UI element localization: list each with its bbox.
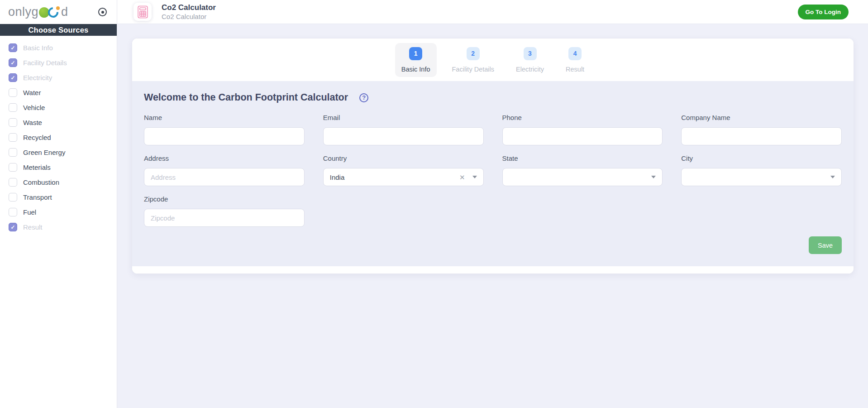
sidebar-item-waste[interactable]: Waste [0, 115, 117, 130]
sidebar-item-label: Water [23, 89, 41, 96]
sidebar: onlyg d Choose Sources Basic Info Facili… [0, 0, 117, 408]
sidebar-item-label: Result [23, 223, 43, 231]
form-heading: Welcome to the Carbon Footprint Calculat… [144, 92, 348, 103]
checkbox[interactable] [9, 43, 17, 52]
state-select[interactable] [502, 168, 663, 186]
step-result[interactable]: 4 Result [559, 43, 591, 77]
checkbox[interactable] [9, 73, 17, 82]
checkbox[interactable] [9, 178, 17, 187]
sidebar-item-label: Meterials [23, 163, 51, 171]
page-title: Co2 Calculator [162, 3, 216, 13]
onlygood-logo: onlyg d [8, 5, 68, 19]
step-number: 1 [409, 47, 422, 60]
address-label: Address [144, 154, 305, 162]
checkbox[interactable] [9, 148, 17, 157]
state-label: State [502, 154, 663, 162]
form-grid: Name Email Phone Company Name [144, 114, 842, 227]
step-label: Facility Details [452, 66, 494, 73]
checkbox[interactable] [9, 58, 17, 67]
field-zipcode: Zipcode [144, 195, 305, 227]
city-select[interactable] [681, 168, 842, 186]
checkbox[interactable] [9, 103, 17, 112]
sidebar-item-label: Facility Details [23, 59, 67, 67]
field-company-name: Company Name [681, 114, 842, 145]
sidebar-logo-row: onlyg d [0, 0, 117, 24]
calculator-icon [137, 5, 148, 19]
name-input[interactable] [144, 127, 305, 145]
email-label: Email [323, 114, 484, 121]
topbar: Co2 Calculator Co2 Calculator Go To Logi… [117, 0, 868, 24]
sidebar-item-water[interactable]: Water [0, 85, 117, 100]
stepper: 1 Basic Info 2 Facility Details 3 Electr… [132, 38, 854, 81]
field-country: Country India ✕ [323, 154, 484, 186]
zipcode-input[interactable] [144, 209, 305, 227]
logo-oo-mark [39, 6, 61, 18]
country-select[interactable]: India ✕ [323, 168, 484, 186]
checkbox[interactable] [9, 133, 17, 142]
field-email: Email [323, 114, 484, 145]
step-facility-details[interactable]: 2 Facility Details [446, 43, 501, 77]
checkbox[interactable] [9, 163, 17, 172]
sidebar-item-green-energy[interactable]: Green Energy [0, 145, 117, 160]
step-basic-info[interactable]: 1 Basic Info [395, 43, 437, 77]
zipcode-label: Zipcode [144, 195, 305, 203]
name-label: Name [144, 114, 305, 121]
calculator-card: 1 Basic Info 2 Facility Details 3 Electr… [132, 38, 854, 274]
address-input[interactable] [144, 168, 305, 186]
question-mark-icon[interactable]: ? [359, 93, 368, 102]
sidebar-item-vehicle[interactable]: Vehicle [0, 100, 117, 115]
phone-label: Phone [502, 114, 663, 121]
chevron-down-icon[interactable] [472, 176, 477, 178]
step-label: Basic Info [401, 66, 430, 73]
company-name-input[interactable] [681, 127, 842, 145]
sidebar-item-label: Basic Info [23, 44, 53, 52]
sidebar-item-label: Vehicle [23, 104, 45, 111]
checkbox[interactable] [9, 88, 17, 97]
logo-text-right: d [61, 5, 68, 19]
sidebar-item-transport[interactable]: Transport [0, 190, 117, 205]
chevron-down-icon[interactable] [651, 176, 656, 178]
step-label: Result [566, 66, 584, 73]
checkbox[interactable] [9, 208, 17, 216]
email-input[interactable] [323, 127, 484, 145]
logo-orange-dot-icon [56, 6, 60, 10]
field-state: State [502, 154, 663, 186]
sidebar-item-electricity[interactable]: Electricity [0, 70, 117, 85]
step-electricity[interactable]: 3 Electricity [510, 43, 550, 77]
sidebar-item-facility-details[interactable]: Facility Details [0, 55, 117, 70]
sidebar-item-basic-info[interactable]: Basic Info [0, 40, 117, 55]
main-column: Co2 Calculator Co2 Calculator Go To Logi… [117, 0, 868, 408]
sidebar-item-label: Electricity [23, 74, 52, 82]
sidebar-item-label: Recycled [23, 134, 51, 141]
logo-text-left: onlyg [8, 5, 38, 19]
form-heading-row: Welcome to the Carbon Footprint Calculat… [144, 92, 842, 103]
go-to-login-button[interactable]: Go To Login [798, 5, 849, 19]
chevron-down-icon[interactable] [830, 176, 835, 178]
app-root: onlyg d Choose Sources Basic Info Facili… [0, 0, 868, 408]
city-label: City [681, 154, 842, 162]
choose-sources-header: Choose Sources [0, 24, 117, 36]
company-name-label: Company Name [681, 114, 842, 121]
x-icon[interactable]: ✕ [459, 174, 465, 181]
field-name: Name [144, 114, 305, 145]
checkbox[interactable] [9, 193, 17, 202]
checkbox[interactable] [9, 118, 17, 127]
card-footer [132, 266, 854, 274]
sidebar-item-label: Fuel [23, 208, 36, 216]
checkbox[interactable] [9, 223, 17, 231]
target-icon[interactable] [98, 8, 107, 16]
sidebar-item-combustion[interactable]: Combustion [0, 175, 117, 190]
phone-input[interactable] [502, 127, 663, 145]
sidebar-item-recycled[interactable]: Recycled [0, 130, 117, 145]
step-label: Electricity [516, 66, 544, 73]
content-area: 1 Basic Info 2 Facility Details 3 Electr… [117, 24, 868, 408]
sidebar-item-result[interactable]: Result [0, 220, 117, 235]
field-address: Address [144, 154, 305, 186]
save-row: Save [144, 236, 842, 254]
form-area: Welcome to the Carbon Footprint Calculat… [132, 81, 854, 266]
sidebar-item-fuel[interactable]: Fuel [0, 205, 117, 220]
step-number: 2 [467, 47, 480, 60]
save-button[interactable]: Save [809, 236, 842, 254]
sidebar-item-meterials[interactable]: Meterials [0, 160, 117, 175]
field-phone: Phone [502, 114, 663, 145]
